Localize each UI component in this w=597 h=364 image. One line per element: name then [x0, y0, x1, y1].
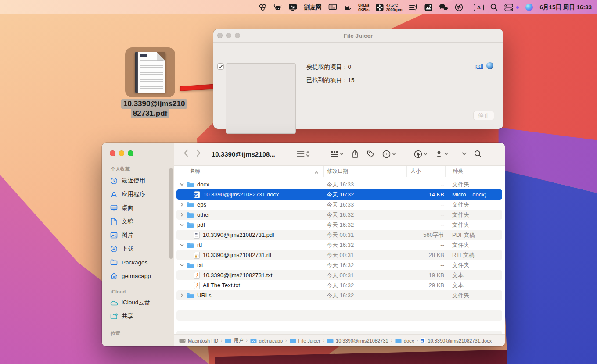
control-center-menu-item[interactable]: [504, 4, 519, 11]
table-row-all-text-file[interactable]: All The Text.txt 今天 16:32 29 KB 文本: [176, 280, 502, 290]
disclosure-collapsed-icon[interactable]: [179, 203, 184, 207]
path-item-users[interactable]: 用户: [225, 337, 243, 344]
sidebar-item-packages[interactable]: Packages: [110, 256, 174, 269]
zoom-button[interactable]: [235, 33, 240, 38]
empty-stripe-row: [176, 331, 502, 334]
file-kind: 文件夹: [445, 261, 502, 269]
table-row-txt-folder[interactable]: txt 今天 16:32 -- 文件夹: [176, 260, 502, 270]
disclosure-expanded-icon[interactable]: [179, 264, 184, 267]
disclosure-expanded-icon[interactable]: [179, 243, 184, 246]
path-item-file-juicer[interactable]: File Juicer: [290, 338, 320, 343]
column-header-size[interactable]: 大小: [406, 166, 445, 177]
minimize-button[interactable]: [226, 33, 231, 38]
table-row-eps-folder[interactable]: eps 今天 16:33 -- 文件夹: [176, 200, 502, 210]
sidebar-item-label: getmacapp: [122, 273, 151, 279]
toolbar-icons: [297, 150, 486, 158]
window-controls: [110, 150, 174, 156]
column-header-kind[interactable]: 种类: [445, 166, 505, 177]
table-row-rtf-file[interactable]: 10.3390@ijms21082731.rtf 今天 00:31 28 KB …: [176, 250, 502, 260]
sidebar-item-applications[interactable]: 应用程序: [110, 188, 174, 201]
table-row-other-folder[interactable]: other 今天 16:32 -- 文件夹: [176, 210, 502, 220]
user-permissions-button[interactable]: [435, 150, 448, 158]
pdf-format-link[interactable]: pdf: [475, 63, 483, 69]
file-size: --: [406, 181, 445, 188]
drop-zone[interactable]: [226, 63, 296, 134]
column-header-name[interactable]: 名称: [176, 166, 323, 177]
tasklist-menu-item[interactable]: [409, 4, 418, 11]
sidebar-item-desktop[interactable]: 桌面: [110, 201, 174, 215]
trinity-rings-icon: [259, 4, 267, 11]
back-button[interactable]: [183, 149, 188, 159]
photos-menu-item[interactable]: [424, 4, 432, 11]
tag-button[interactable]: [367, 150, 375, 158]
zoom-button[interactable]: [128, 150, 133, 156]
search-button[interactable]: [474, 150, 482, 158]
screen-mirroring-menu-item[interactable]: [288, 4, 297, 11]
table-row-pdf-folder[interactable]: pdf 今天 16:32 -- 文件夹: [176, 220, 502, 230]
sidebar-item-downloads[interactable]: 下载: [110, 242, 174, 256]
disclosure-collapsed-icon[interactable]: [179, 213, 184, 217]
disclosure-collapsed-icon[interactable]: [179, 293, 184, 297]
table-row-pdf-file[interactable]: 10.3390@ijms21082731.pdf 今天 00:31 560字节 …: [176, 230, 502, 240]
disclosure-expanded-icon[interactable]: [179, 223, 184, 226]
document-icon: [110, 218, 118, 225]
more-actions-button[interactable]: [382, 150, 396, 158]
cat-menu-item[interactable]: [344, 4, 352, 11]
file-name: pdf: [197, 221, 205, 228]
extract-checkbox[interactable]: [217, 63, 224, 70]
gemai-menu-item[interactable]: 割麦网: [304, 4, 322, 11]
path-item-docx-file[interactable]: 10.3390@ijms21082731.docx: [421, 338, 492, 343]
transfer-menu-item[interactable]: [455, 3, 463, 11]
quick-actions-button[interactable]: [414, 150, 428, 158]
minimize-button[interactable]: [119, 150, 125, 156]
bull-menu-item[interactable]: [273, 4, 282, 11]
applications-icon: [110, 191, 118, 198]
display-icon: [328, 4, 337, 11]
clock-menu-item[interactable]: 6月15日 周日 16:33: [539, 4, 592, 11]
sidebar-item-documents[interactable]: 文稿: [110, 215, 174, 228]
close-button[interactable]: [217, 33, 223, 38]
disclosure-expanded-icon[interactable]: [179, 183, 184, 186]
share-button[interactable]: [351, 150, 359, 158]
path-item-getmacapp[interactable]: getmacapp: [250, 338, 283, 343]
table-row-urls-folder[interactable]: URLs 今天 16:32 -- 文件夹: [176, 290, 502, 300]
forward-button[interactable]: [196, 149, 201, 159]
table-row-docx-file-selected[interactable]: 10.3390@ijms21082731.docx 今天 16:32 14 KB…: [176, 189, 502, 200]
table-row-txt-file[interactable]: 10.3390@ijms21082731.txt 今天 00:31 19 KB …: [176, 270, 502, 280]
siri-menu-item[interactable]: [525, 4, 533, 11]
fan-menu-item[interactable]: 47.5°C 2000rpm: [376, 3, 402, 12]
path-item-macintosh-hd[interactable]: Macintosh HD: [179, 338, 218, 343]
table-row-rtf-folder[interactable]: rtf 今天 16:32 -- 文件夹: [176, 240, 502, 250]
sidebar-item-label: 应用程序: [122, 190, 145, 198]
proxy-menu-item[interactable]: [259, 4, 267, 11]
sidebar-item-home[interactable]: getmacapp: [110, 269, 174, 283]
table-row-docx-folder[interactable]: docx 今天 16:33 -- 文件夹: [176, 179, 502, 189]
folder-icon: [187, 202, 194, 208]
display-menu-item[interactable]: [328, 4, 337, 11]
column-header-date[interactable]: 修改日期: [323, 166, 406, 177]
sidebar-item-pictures[interactable]: 图片: [110, 228, 174, 242]
wechat-menu-item[interactable]: [439, 4, 448, 11]
spotlight-menu-item[interactable]: [490, 4, 498, 11]
list-lightning-icon: [409, 4, 418, 11]
sidebar-item-shared[interactable]: 共享: [110, 310, 174, 323]
overflow-chevron-button[interactable]: [462, 152, 467, 156]
sidebar-item-icloud-drive[interactable]: iCloud云盘: [110, 296, 174, 310]
close-button[interactable]: [110, 150, 115, 156]
sidebar-item-recents[interactable]: 最近使用: [110, 174, 174, 188]
sidebar-scrollbar[interactable]: [169, 168, 173, 259]
stop-button[interactable]: 停止: [473, 111, 494, 120]
folder-icon: [187, 242, 194, 248]
path-item-extraction-folder[interactable]: 10.3390@ijms21082731: [327, 338, 388, 343]
desktop-pdf-file[interactable]: 10.3390@ijms210 82731.pdf: [121, 47, 179, 118]
file-kind: 文件夹: [445, 221, 502, 229]
input-method-menu-item[interactable]: A: [474, 4, 484, 11]
group-button[interactable]: [331, 150, 344, 157]
file-juicer-titlebar[interactable]: File Juicer: [213, 29, 503, 43]
view-selector-button[interactable]: [297, 150, 310, 157]
net-down: 0KB/s: [358, 7, 370, 12]
path-item-docx-folder[interactable]: docx: [395, 338, 414, 343]
sidebar-item-label: 下载: [122, 245, 133, 253]
file-size: --: [406, 201, 445, 208]
network-speed-menu-item[interactable]: 0KB/s 0KB/s: [358, 3, 370, 12]
